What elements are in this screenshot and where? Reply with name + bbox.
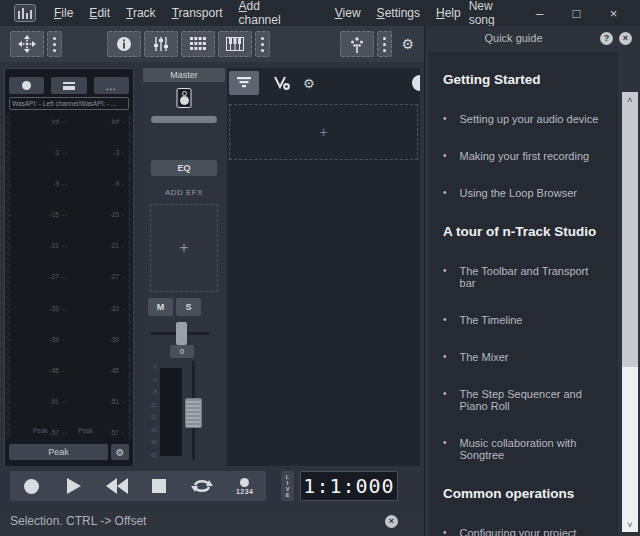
kebab-icon [53, 43, 56, 46]
guide-topic-label: The Timeline [460, 314, 523, 326]
help-icon[interactable]: ? [600, 32, 613, 45]
pencil-curve-icon [273, 75, 291, 91]
mixer-faders-icon [153, 36, 169, 52]
guide-topic-link[interactable]: •The Timeline [443, 314, 604, 326]
fader-db-value: -8 [145, 389, 157, 395]
eq-button[interactable]: EQ [151, 160, 217, 176]
step-sequencer-button[interactable] [181, 31, 215, 57]
meter-db-value-left: -39 [15, 336, 59, 343]
solo-button[interactable]: S [176, 298, 201, 316]
draw-automation-button[interactable] [273, 75, 291, 91]
pan-slider-handle[interactable] [176, 322, 187, 345]
maximize-icon[interactable]: □ [558, 0, 595, 26]
add-effect-drop-zone[interactable]: + [150, 204, 218, 292]
clipped-toolbar-icon[interactable] [412, 75, 420, 91]
volume-fader-handle[interactable] [185, 398, 202, 428]
peak-button[interactable]: Peak [9, 444, 108, 460]
left-peak-label: Peak [33, 427, 48, 434]
timeline-settings-gear-icon[interactable]: ⚙ [303, 76, 315, 91]
guide-scrollbar[interactable]: ˄ ˅ [622, 92, 638, 532]
meter-db-value-right: -15 [75, 211, 119, 218]
meter-more-button[interactable]: … [94, 77, 129, 94]
window-controls: – □ × [521, 0, 632, 26]
timeline-toolbar: ⚙ [227, 68, 420, 98]
time-position-display[interactable]: 1:1:000 [300, 471, 398, 501]
piano-roll-button[interactable] [218, 31, 252, 57]
play-button[interactable] [53, 471, 96, 501]
toolbar-settings-gear-icon[interactable]: ⚙ [401, 37, 414, 51]
guide-topic-link[interactable]: •Making your first recording [443, 150, 604, 162]
songtree-button[interactable] [340, 31, 374, 57]
fader-db-value: -40 [145, 439, 157, 445]
filter-funnel-icon [237, 77, 251, 89]
move-tool-menu-button[interactable] [47, 31, 62, 57]
scroll-up-icon[interactable]: ˄ [622, 92, 638, 107]
master-volume-slider[interactable] [151, 116, 217, 123]
menu-transport[interactable]: Transport [164, 6, 231, 20]
meter-db-value-left: -9 [15, 180, 59, 187]
count-in-button[interactable]: 1234 [223, 471, 266, 501]
guide-topic-label: Using the Loop Browser [460, 187, 577, 199]
meter-db-value-left: -33 [15, 305, 59, 312]
info-button[interactable] [107, 31, 141, 57]
record-button[interactable] [10, 471, 53, 501]
menu-file[interactable]: File [46, 6, 81, 20]
mixer-button[interactable] [144, 31, 178, 57]
meter-db-value-left: -21 [15, 242, 59, 249]
fader-db-value: 0 [145, 364, 157, 370]
track-filter-button[interactable] [229, 71, 259, 95]
guide-topic-link[interactable]: •Configuring your project [443, 527, 604, 536]
app-logo-icon [14, 4, 36, 22]
meter-menu-button[interactable] [51, 77, 86, 94]
meter-db-value-left: -3 [15, 149, 59, 156]
mute-button[interactable]: M [148, 298, 173, 316]
add-track-drop-zone[interactable]: + [229, 104, 418, 160]
menu-edit[interactable]: Edit [81, 6, 118, 20]
guide-topic-link[interactable]: •The Step Sequencer and Piano Roll [443, 388, 604, 412]
guide-topic-link[interactable]: •Music collaboration with Songtree [443, 437, 604, 461]
meter-tick: -- [59, 305, 75, 312]
meter-db-value-left: -51 [15, 398, 59, 405]
guide-topic-link[interactable]: •Using the Loop Browser [443, 187, 604, 199]
guide-topic-link[interactable]: •Setting up your audio device [443, 113, 604, 125]
guide-topic-link[interactable]: •The Mixer [443, 351, 604, 363]
meter-tick: -- [59, 180, 75, 187]
audio-input-device-label[interactable]: WasAPI: - Left channel/WasAPI: - ... [9, 97, 129, 110]
songtree-menu-button[interactable] [377, 31, 392, 57]
scrollbar-thumb[interactable] [622, 107, 638, 367]
minimize-icon[interactable]: – [521, 0, 558, 26]
move-tool-button[interactable] [10, 31, 44, 57]
status-close-icon[interactable]: × [385, 515, 398, 528]
bullet-icon: • [443, 187, 447, 198]
meter-tick: -- [59, 429, 75, 436]
loop-button[interactable] [181, 471, 224, 501]
menu-add-channel[interactable]: Add channel [231, 0, 305, 27]
guide-topic-link[interactable]: •The Toolbar and Transport bar [443, 265, 604, 289]
meter-settings-gear-icon[interactable]: ⚙ [111, 444, 129, 460]
scroll-down-icon[interactable]: ˅ [622, 517, 638, 532]
meter-scale-row: --9---9- [5, 180, 133, 187]
master-strip-title[interactable]: Master [143, 68, 225, 82]
bullet-icon: • [443, 150, 447, 161]
pan-value[interactable]: 0 [170, 345, 194, 358]
menu-bar: FileEditTrackTransportAdd channelViewSet… [46, 0, 469, 27]
status-message: Selection. CTRL -> Offset [10, 514, 146, 528]
bullet-icon: • [443, 437, 447, 448]
close-icon[interactable]: × [595, 0, 632, 26]
menu-track[interactable]: Track [118, 6, 164, 20]
transport-bar: 1234 LIVE 1:1:000 [0, 466, 424, 506]
rewind-button[interactable] [95, 471, 138, 501]
guide-topic-label: Setting up your audio device [460, 113, 599, 125]
guide-topic-label: The Toolbar and Transport bar [460, 265, 604, 289]
live-button[interactable]: LIVE [281, 471, 294, 501]
menu-settings[interactable]: Settings [369, 6, 428, 20]
views-menu-button[interactable] [255, 31, 270, 57]
meter-db-value-right: -21 [75, 242, 119, 249]
menu-view[interactable]: View [327, 6, 369, 20]
stop-button[interactable] [138, 471, 181, 501]
menu-help[interactable]: Help [428, 6, 469, 20]
fader-db-value: -60 [145, 452, 157, 458]
guide-close-icon[interactable]: × [619, 32, 632, 45]
arm-record-button[interactable] [9, 77, 44, 94]
meter-tick: -- [59, 242, 75, 249]
